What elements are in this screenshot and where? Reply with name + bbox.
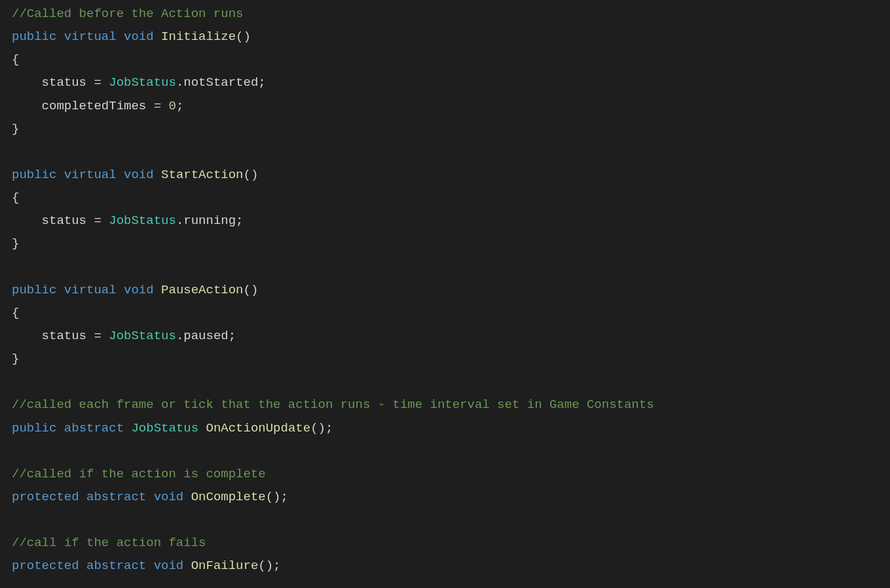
- type-jobstatus: JobStatus: [109, 75, 176, 90]
- method-oncomplete: OnComplete: [191, 490, 266, 504]
- enum-notstarted: notStarted: [183, 75, 258, 90]
- comment-line: //Called before the Action runs: [12, 7, 243, 21]
- keyword-abstract: abstract: [86, 559, 146, 573]
- keyword-public: public: [12, 283, 56, 297]
- keyword-void: void: [154, 490, 184, 504]
- keyword-abstract: abstract: [86, 490, 146, 504]
- keyword-protected: protected: [12, 490, 79, 504]
- keyword-protected: protected: [12, 559, 79, 573]
- keyword-void: void: [124, 283, 154, 297]
- keyword-void: void: [124, 168, 154, 182]
- keyword-void: void: [124, 29, 154, 44]
- comment-line: //called each frame or tick that the act…: [12, 397, 654, 412]
- enum-paused: paused: [183, 329, 228, 343]
- method-onfailure: OnFailure: [191, 559, 259, 573]
- field-status: status: [42, 75, 86, 90]
- method-initialize: Initialize: [161, 29, 236, 44]
- keyword-virtual: virtual: [64, 29, 117, 44]
- keyword-public: public: [12, 168, 56, 182]
- method-pauseaction: PauseAction: [161, 283, 243, 297]
- comment-line: //call if the action fails: [12, 536, 206, 550]
- keyword-abstract: abstract: [64, 421, 124, 435]
- keyword-virtual: virtual: [64, 283, 117, 297]
- keyword-void: void: [154, 559, 184, 573]
- type-jobstatus: JobStatus: [131, 421, 198, 435]
- method-startaction: StartAction: [161, 168, 243, 182]
- field-completedtimes: completedTimes: [42, 99, 147, 113]
- keyword-virtual: virtual: [64, 168, 117, 182]
- enum-running: running: [183, 213, 236, 228]
- code-editor[interactable]: //Called before the Action runs public v…: [12, 3, 890, 578]
- type-jobstatus: JobStatus: [109, 213, 176, 228]
- field-status: status: [42, 213, 86, 228]
- field-status: status: [42, 329, 86, 343]
- comment-line: //called if the action is complete: [12, 467, 266, 481]
- keyword-public: public: [12, 29, 56, 44]
- method-onactionupdate: OnActionUpdate: [206, 421, 310, 435]
- type-jobstatus: JobStatus: [109, 329, 176, 343]
- literal-zero: 0: [168, 99, 176, 113]
- keyword-public: public: [12, 421, 56, 435]
